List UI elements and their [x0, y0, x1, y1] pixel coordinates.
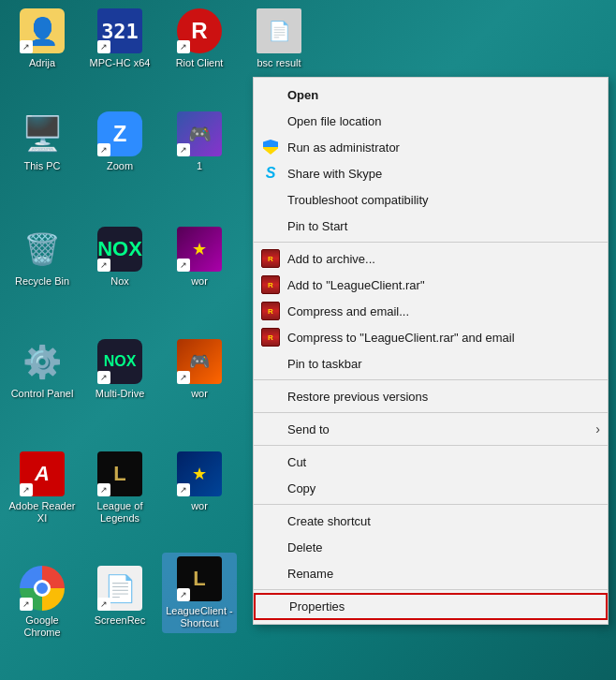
shortcut-arrow-screenrec: ↗ [97, 598, 110, 611]
menu-item-open[interactable]: Open [254, 81, 608, 108]
shortcut-arrow-leagueclient: ↗ [177, 588, 190, 601]
recycle-label: Recycle Bin [15, 275, 69, 288]
nox-icon: NOX ↗ [97, 227, 142, 272]
troubleshoot-label: Troubleshoot compatibility [287, 193, 429, 207]
shortcut-arrow-misc1: ↗ [177, 143, 190, 156]
shield-icon [261, 138, 280, 156]
desktop-icon-misc1[interactable]: 🎮 ↗ 1 [162, 108, 237, 176]
desktop-icon-wor2[interactable]: 🎮 ↗ wor [162, 335, 237, 404]
leagueclient-icon: L ↗ [177, 556, 222, 601]
wor1-icon: ★ ↗ [177, 227, 222, 272]
chrome-icon: ↗ [20, 566, 65, 611]
thispc-label: This PC [23, 160, 60, 172]
misc1-icon: 🎮 ↗ [177, 111, 222, 156]
menu-item-restore-versions[interactable]: Restore previous versions [254, 383, 608, 409]
desktop-icon-controlpanel[interactable]: ⚙️ Control Panel [5, 335, 80, 404]
menu-item-send-to[interactable]: Send to › [254, 416, 608, 442]
desktop-icon-lol[interactable]: L ↗ League of Legends [82, 448, 157, 528]
shortcut-arrow-multidrive: ↗ [97, 371, 110, 384]
pin-taskbar-label: Pin to taskbar [287, 357, 362, 371]
menu-item-create-shortcut[interactable]: Create shortcut [254, 508, 608, 534]
desktop-icon-recycle[interactable]: 🗑️ Recycle Bin [5, 223, 80, 291]
menu-item-pin-start[interactable]: Pin to Start [254, 213, 608, 239]
multidrive-icon: NOX ↗ [97, 339, 142, 384]
adobe-icon: A ↗ [20, 451, 65, 496]
run-as-admin-label: Run as administrator [287, 140, 400, 155]
menu-item-properties[interactable]: Properties [254, 593, 608, 620]
wor2-label: wor [191, 388, 208, 400]
adrija-label: Adrija [29, 57, 55, 69]
shortcut-arrow-lol: ↗ [97, 483, 110, 496]
multidrive-label: Multi-Drive [95, 388, 145, 400]
screenrec-icon: 📄 ↗ [97, 566, 142, 611]
separator-3 [254, 412, 608, 413]
desktop-icon-zoom[interactable]: Z ↗ Zoom [82, 108, 157, 176]
zoom-label: Zoom [107, 160, 133, 172]
chrome-label: Google Chrome [8, 614, 76, 639]
wor2-icon: 🎮 ↗ [177, 339, 222, 384]
shortcut-arrow-nox: ↗ [97, 259, 110, 272]
menu-item-delete[interactable]: Delete [254, 534, 608, 560]
menu-item-copy[interactable]: Copy [254, 475, 608, 501]
open-file-location-label: Open file location [287, 114, 381, 128]
delete-label: Delete [287, 540, 323, 554]
nox-label: Nox [110, 275, 129, 288]
leagueclient-label: LeagueClient - Shortcut [166, 605, 233, 629]
mpc-icon: 321 ↗ [97, 8, 142, 53]
menu-item-compress-rar-email[interactable]: R Compress to "LeagueClient.rar" and ema… [254, 324, 608, 350]
mpc-label: MPC-HC x64 [90, 57, 151, 69]
desktop-icon-chrome[interactable]: ↗ Google Chrome [5, 562, 80, 643]
desktop-icon-wor1[interactable]: ★ ↗ wor [162, 223, 237, 291]
menu-item-run-as-admin[interactable]: Run as administrator [254, 134, 608, 160]
bsc-label: bsc result [257, 57, 301, 69]
menu-item-cut[interactable]: Cut [254, 449, 608, 475]
bsc-icon: 📄 [257, 8, 301, 53]
separator-5 [254, 504, 608, 505]
desktop-icon-nox[interactable]: NOX ↗ Nox [82, 223, 157, 291]
shortcut-arrow-riot: ↗ [177, 40, 190, 53]
desktop-icon-adrija[interactable]: 👤 ↗ Adrija [5, 5, 80, 73]
shortcut-arrow-mpc: ↗ [97, 40, 110, 53]
submenu-arrow-icon: › [595, 421, 600, 436]
lol-label: League of Legends [86, 500, 154, 525]
menu-item-open-file-location[interactable]: Open file location [254, 108, 608, 134]
shortcut-arrow-chrome: ↗ [20, 598, 33, 611]
properties-label: Properties [289, 599, 345, 613]
separator-1 [254, 242, 608, 243]
wor1-label: wor [191, 275, 208, 288]
shortcut-arrow-wor2: ↗ [177, 371, 190, 384]
menu-item-add-rar[interactable]: R Add to "LeagueClient.rar" [254, 272, 608, 298]
desktop-icon-adobe[interactable]: A ↗ Adobe Reader XI [5, 448, 80, 528]
menu-item-compress-email[interactable]: R Compress and email... [254, 298, 608, 324]
menu-item-rename[interactable]: Rename [254, 560, 608, 586]
desktop-icon-mpc[interactable]: 321 ↗ MPC-HC x64 [82, 5, 157, 73]
separator-4 [254, 445, 608, 446]
desktop: 👤 ↗ Adrija 321 ↗ MPC-HC x64 R ↗ Riot Cli… [0, 0, 616, 680]
desktop-icon-multidrive[interactable]: NOX ↗ Multi-Drive [82, 335, 157, 404]
thispc-icon: 🖥️ [20, 111, 65, 156]
menu-item-pin-taskbar[interactable]: Pin to taskbar [254, 350, 608, 377]
desktop-icon-leagueclient[interactable]: L ↗ LeagueClient - Shortcut [162, 553, 237, 633]
desktop-icon-wor3[interactable]: ★ ↗ wor [162, 448, 237, 516]
winrar-icon-2: R [261, 275, 280, 294]
open-label: Open [287, 88, 318, 102]
add-rar-label: Add to "LeagueClient.rar" [287, 278, 425, 292]
menu-item-add-archive[interactable]: R Add to archive... [254, 245, 608, 272]
desktop-icon-riot[interactable]: R ↗ Riot Client [162, 5, 237, 73]
desktop-icon-screenrec[interactable]: 📄 ↗ ScreenRec [82, 562, 157, 630]
rename-label: Rename [287, 567, 333, 581]
lol-icon: L ↗ [97, 451, 142, 496]
shortcut-arrow-zoom: ↗ [97, 143, 110, 156]
adrija-icon: 👤 ↗ [20, 8, 65, 53]
wor3-label: wor [191, 500, 208, 512]
menu-item-troubleshoot[interactable]: Troubleshoot compatibility [254, 186, 608, 213]
restore-versions-label: Restore previous versions [287, 390, 428, 404]
desktop-icon-thispc[interactable]: 🖥️ This PC [5, 108, 80, 176]
copy-label: Copy [287, 481, 315, 495]
shortcut-arrow-adobe: ↗ [20, 483, 33, 496]
compress-rar-email-label: Compress to "LeagueClient.rar" and email [287, 331, 515, 345]
adobe-label: Adobe Reader XI [8, 500, 76, 525]
menu-item-share-skype[interactable]: S Share with Skype [254, 160, 608, 186]
shortcut-arrow: ↗ [20, 40, 33, 53]
desktop-icon-bsc[interactable]: 📄 bsc result [242, 5, 316, 73]
